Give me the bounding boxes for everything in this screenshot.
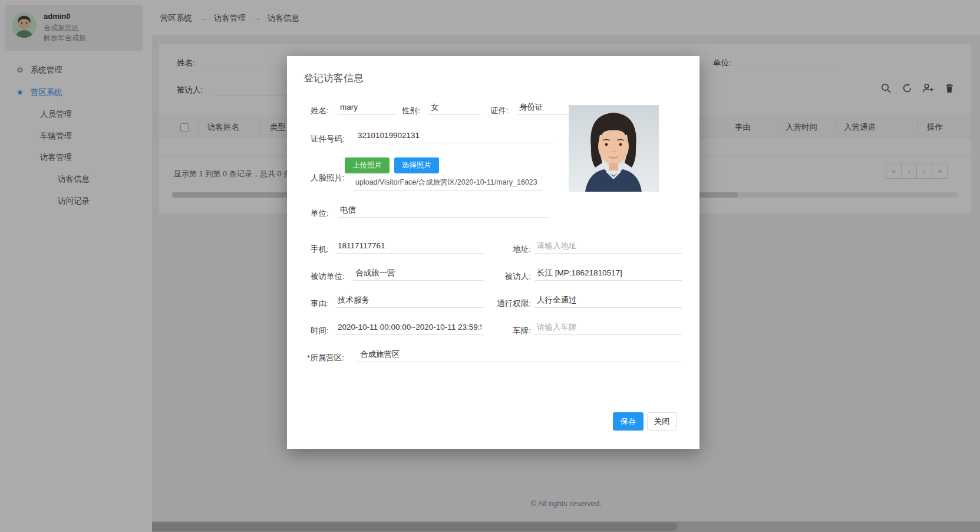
name-input[interactable] [338, 100, 397, 115]
time-label: 时间: [311, 326, 329, 336]
visitee-label: 被访人: [487, 271, 531, 282]
visitor-photo [569, 105, 659, 192]
plate-input[interactable] [534, 320, 682, 335]
reason-input[interactable] [335, 293, 484, 308]
close-button[interactable]: 关闭 [647, 412, 677, 431]
choose-photo-button[interactable]: 选择照片 [394, 157, 439, 173]
id-type-input[interactable] [517, 100, 571, 115]
name-label: 姓名: [311, 106, 329, 116]
register-visitor-modal: 登记访客信息 姓名: 性别: 证件: 证件号码: 人脸照片: 上传照片 选择照片 [287, 56, 699, 449]
visitee-input[interactable] [534, 265, 682, 281]
phone-input[interactable] [335, 238, 484, 254]
modal-title: 登记访客信息 [303, 71, 364, 85]
visited-unit-input[interactable] [353, 265, 484, 281]
plate-label: 车牌: [487, 326, 531, 336]
save-button[interactable]: 保存 [613, 412, 644, 431]
photo-path-input[interactable] [353, 175, 543, 191]
camp-label: *所属营区: [307, 353, 344, 363]
visitor-photo-illustration [569, 105, 659, 192]
address-input[interactable] [534, 238, 682, 254]
unit-input[interactable] [338, 202, 549, 218]
gender-label: 性别: [402, 106, 420, 116]
gender-input[interactable] [428, 100, 480, 115]
time-range-input[interactable] [335, 320, 484, 335]
camp-select[interactable] [355, 347, 681, 362]
upload-photo-button[interactable]: 上传照片 [345, 157, 390, 173]
id-type-label: 证件: [490, 106, 509, 116]
address-label: 地址: [487, 244, 531, 255]
unit-label: 单位: [311, 208, 329, 219]
id-number-input[interactable] [355, 128, 553, 143]
permission-label: 通行权限: [487, 298, 531, 309]
phone-label: 手机: [311, 244, 329, 255]
face-photo-label: 人脸照片: [311, 173, 345, 183]
reason-label: 事由: [311, 298, 329, 309]
id-number-label: 证件号码: [311, 134, 345, 145]
permission-input[interactable] [534, 293, 682, 308]
visited-unit-label: 被访单位: [311, 271, 345, 282]
page: admin0 合成旅营区 解放军合成旅 系统管理 营区系统 人员管理 车辆管理 … [0, 0, 980, 532]
